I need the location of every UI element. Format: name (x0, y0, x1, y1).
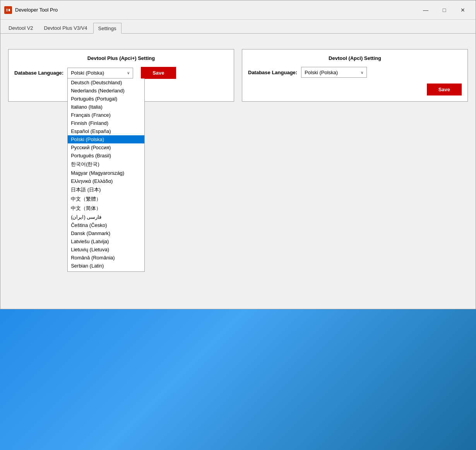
devtool-language-select[interactable]: Polski (Polska) ∨ (301, 67, 367, 78)
dropdown-item-4[interactable]: Français (France) (68, 111, 144, 119)
devtool-plus-dropdown-list[interactable]: Deutsch (Deutschland)Nederlands (Nederla… (67, 78, 145, 272)
content-area: Devtool Plus (Apci+) Setting Database La… (0, 34, 476, 309)
dropdown-item-0[interactable]: Deutsch (Deutschland) (68, 78, 144, 87)
dropdown-item-22[interactable]: Serbian (Latin) (68, 262, 144, 270)
devtool-panel: Devtool (Apci) Setting Database Language… (242, 49, 468, 102)
dropdown-item-13[interactable]: 日本語 (日本) (68, 185, 144, 194)
dropdown-item-14[interactable]: 中文（繁體） (68, 194, 144, 204)
main-window: Developer Tool Pro — □ ✕ Devtool V2 Devt… (0, 0, 476, 309)
minimize-button[interactable]: — (417, 4, 435, 16)
dropdown-item-5[interactable]: Finnish (Finland) (68, 119, 144, 127)
dropdown-item-3[interactable]: Italiano (Italia) (68, 103, 144, 111)
dropdown-item-21[interactable]: Română (România) (68, 254, 144, 262)
devtool-db-label: Database Language: (248, 70, 297, 75)
devtool-panel-title: Devtool (Apci) Setting (248, 55, 462, 61)
devtool-save-button[interactable]: Save (427, 84, 462, 95)
dropdown-item-8[interactable]: Русский (Россия) (68, 143, 144, 152)
devtool-plus-select-wrapper: Polski (Polska) ∨ Deutsch (Deutschland)N… (67, 68, 133, 78)
devtool-plus-language-select[interactable]: Polski (Polska) ∨ (67, 68, 133, 78)
maximize-button[interactable]: □ (435, 4, 453, 16)
svg-rect-1 (6, 9, 8, 10)
dropdown-item-18[interactable]: Dansk (Danmark) (68, 229, 144, 237)
dropdown-item-23[interactable]: Türkçe (Türkiye) (68, 270, 144, 272)
dropdown-item-15[interactable]: 中文（简体） (68, 204, 144, 213)
title-bar: Developer Tool Pro — □ ✕ (0, 0, 476, 20)
dropdown-item-17[interactable]: Čeština (Česko) (68, 221, 144, 229)
devtool-plus-panel-title: Devtool Plus (Apci+) Setting (14, 55, 228, 61)
devtool-chevron-icon: ∨ (361, 70, 363, 75)
dropdown-item-1[interactable]: Nederlands (Nederland) (68, 87, 144, 95)
devtool-plus-panel: Devtool Plus (Apci+) Setting Database La… (8, 49, 234, 102)
devtool-select-wrapper: Polski (Polska) ∨ (301, 67, 367, 78)
dropdown-item-12[interactable]: Ελληνικά (Ελλάδα) (68, 177, 144, 185)
dropdown-item-19[interactable]: Latviešu (Latvija) (68, 237, 144, 245)
app-title: Developer Tool Pro (15, 7, 58, 13)
title-bar-left: Developer Tool Pro (4, 6, 58, 14)
panels-row: Devtool Plus (Apci+) Setting Database La… (8, 49, 468, 102)
devtool-plus-selected-value: Polski (Polska) (71, 70, 104, 76)
dropdown-item-11[interactable]: Magyar (Magyarország) (68, 169, 144, 177)
svg-rect-3 (9, 9, 10, 11)
dropdown-item-20[interactable]: Lietuvių (Lietuva) (68, 245, 144, 254)
devtool-selected-value: Polski (Polska) (305, 70, 338, 75)
tab-devtool-v2[interactable]: Devtool V2 (3, 22, 38, 33)
dropdown-item-7[interactable]: Polski (Polska) (68, 135, 144, 143)
tab-settings[interactable]: Settings (93, 23, 122, 34)
dropdown-item-2[interactable]: Português (Portugal) (68, 95, 144, 103)
tab-devtool-plus[interactable]: Devtool Plus V3/V4 (39, 22, 92, 33)
devtool-plus-chevron-icon: ∨ (127, 71, 130, 75)
window-controls: — □ ✕ (417, 4, 472, 16)
dropdown-item-16[interactable]: فارسی (ایران) (68, 213, 144, 221)
devtool-field-row: Database Language: Polski (Polska) ∨ (248, 67, 462, 78)
app-icon (4, 6, 12, 14)
devtool-plus-field-row: Database Language: Polski (Polska) ∨ Deu… (14, 67, 228, 79)
tab-bar: Devtool V2 Devtool Plus V3/V4 Settings (0, 20, 476, 34)
dropdown-item-10[interactable]: 한국어(한국) (68, 160, 144, 169)
dropdown-item-6[interactable]: Español (España) (68, 127, 144, 135)
devtool-panel-actions: Save (248, 84, 462, 95)
devtool-plus-db-label: Database Language: (14, 70, 63, 76)
svg-rect-2 (6, 10, 8, 11)
devtool-plus-save-button[interactable]: Save (141, 67, 176, 79)
dropdown-item-9[interactable]: Português (Brasil) (68, 152, 144, 160)
close-button[interactable]: ✕ (454, 4, 472, 16)
